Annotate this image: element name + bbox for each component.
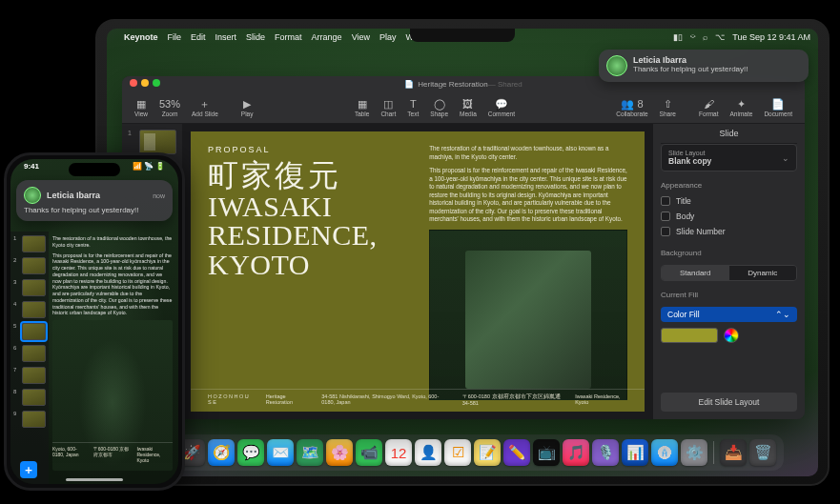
fill-color-swatch[interactable] [661,328,718,343]
notification-when: now [153,192,165,199]
toolbar-comment-button[interactable]: 💬Comment [483,98,520,117]
toolbar-media-button[interactable]: 🖼Media [455,98,481,117]
slide-paragraph-1[interactable]: The restoration of a traditional wooden … [429,145,627,161]
iphone-para-1: The restoration of a traditional wooden … [52,235,173,249]
menu-format[interactable]: Format [275,32,302,42]
slide-thumb[interactable]: 1 [13,235,46,252]
toolbar-chart-button[interactable]: ◫Chart [376,98,400,117]
slide-thumb[interactable]: 9 [13,411,46,428]
dock-freeform-icon[interactable]: ✏️ [503,439,530,466]
dock-tv-icon[interactable]: 📺 [533,439,560,466]
dock-appstore-icon[interactable]: 🅐 [651,439,678,466]
checkbox-body[interactable]: Body [661,212,797,221]
dock-notes-icon[interactable]: 📝 [474,439,501,466]
toolbar-view-button[interactable]: ▦View [130,98,153,117]
inspector-tab-slide[interactable]: Slide [661,124,797,144]
toolbar-add-slide-button[interactable]: ＋Add Slide [187,98,223,117]
dock-trash-icon[interactable]: 🗑️ [749,439,776,466]
slide-thumb[interactable]: 2 [13,257,46,274]
toolbar-text-button[interactable]: TText [402,98,423,117]
keynote-toolbar: ▦View 53%Zoom ＋Add Slide ▶Play ▦Table ◫C… [122,91,805,124]
slide-thumb[interactable]: 4 [13,301,46,318]
toolbar-format-button[interactable]: 🖌Format [694,98,724,117]
window-traffic-lights[interactable] [130,79,160,87]
dock-maps-icon[interactable]: 🗺️ [297,439,323,466]
toolbar-play-button[interactable]: ▶Play [236,98,258,117]
toolbar-document-button[interactable]: 📄Document [759,98,797,117]
battery-icon[interactable]: ▮▯ [673,32,683,42]
menubar-app-name[interactable]: Keynote [124,32,158,42]
minimize-icon[interactable] [141,79,149,87]
notification-sender: Leticia Ibarra [47,191,100,200]
menu-play[interactable]: Play [379,32,397,42]
macbook-device: Keynote File Edit Insert Slide Format Ar… [95,19,830,486]
dock-photos-icon[interactable]: 🌸 [326,439,353,466]
search-icon[interactable]: ⌕ [703,32,707,42]
dock-messages-icon[interactable]: 💬 [237,439,264,466]
dock-divider [713,441,714,464]
footer-project: Iwasaki Residence, Kyoto [575,393,627,406]
slide-thumb[interactable]: 3 [13,279,46,296]
menu-slide[interactable]: Slide [246,32,265,42]
edit-slide-layout-button[interactable]: Edit Slide Layout [661,393,797,412]
dock-podcasts-icon[interactable]: 🎙️ [592,439,619,466]
slide-thumb[interactable]: 8 [13,389,46,406]
slide-thumb[interactable]: 5 [13,323,46,340]
slide-paragraph-2[interactable]: This proposal is for the reinforcement a… [429,167,627,224]
chevron-down-icon: ⌄ [782,153,789,163]
wifi-icon[interactable]: ⌔ [690,32,695,42]
toolbar-table-button[interactable]: ▦Table [350,98,375,117]
seg-dynamic[interactable]: Dynamic [729,266,797,280]
dock-reminders-icon[interactable]: ☑︎ [444,439,471,466]
dock-contacts-icon[interactable]: 👤 [415,439,441,466]
seg-standard[interactable]: Standard [662,266,729,280]
menu-arrange[interactable]: Arrange [312,32,342,42]
color-picker-icon[interactable] [724,328,739,343]
menu-view[interactable]: View [352,32,370,42]
menu-insert[interactable]: Insert [215,32,237,42]
slide-photo[interactable] [429,230,627,401]
close-icon[interactable] [130,79,137,87]
toolbar-collaborate-button[interactable]: 👥 8Collaborate [611,98,652,117]
toolbar-zoom-button[interactable]: 53%Zoom [154,98,185,117]
toolbar-shape-button[interactable]: ◯Shape [425,98,453,117]
background-segmented[interactable]: Standard Dynamic [661,265,797,281]
dock[interactable]: 🙂 🚀 🧭 💬 ✉️ 🗺️ 🌸 📹 12 👤 ☑︎ 📝 ✏️ 📺 🎵 🎙️ 📊 … [141,434,784,471]
dock-mail-icon[interactable]: ✉️ [267,439,294,466]
checkbox-slide-number[interactable]: Slide Number [661,227,797,236]
dock-keynote-icon[interactable]: 📊 [622,439,648,466]
slide-thumb[interactable]: 6 [13,345,46,362]
iphone-para-2: This proposal is for the reinforcement a… [52,252,173,317]
slide-canvas[interactable]: PROPOSAL 町家復元 IWASAKI RESIDENCE, KYOTO T… [183,124,652,419]
toolbar-share-button[interactable]: ⇧Share [655,98,681,117]
toolbar-animate-button[interactable]: ✦Animate [726,98,758,117]
dock-facetime-icon[interactable]: 📹 [356,439,382,466]
menu-file[interactable]: File [168,32,182,42]
control-center-icon[interactable]: ⌥ [715,32,725,42]
dynamic-island [69,163,120,176]
slide[interactable]: PROPOSAL 町家復元 IWASAKI RESIDENCE, KYOTO T… [191,131,645,412]
home-indicator[interactable] [66,478,123,481]
updown-icon: ⌃⌄ [775,310,790,319]
maximize-icon[interactable] [153,79,160,87]
menubar-clock[interactable]: Tue Sep 12 9:41 AM [732,32,810,42]
slide-thumb[interactable]: 1 [128,130,176,154]
footer-addr-jp: 〒600-0180 京都府京都市下京区錦嵐通34-581 [462,393,562,406]
fill-type-select[interactable]: Color Fill ⌃⌄ [661,307,797,322]
iphone-notification[interactable]: Leticia Ibarra now Thanks for helping ou… [16,180,173,221]
slide-thumb[interactable]: 7 [13,367,46,384]
iphone-slide-canvas[interactable]: The restoration of a traditional wooden … [49,232,178,484]
dock-calendar-icon[interactable]: 12 [385,439,412,466]
dock-safari-icon[interactable]: 🧭 [208,439,235,466]
notification-message: Thanks for helping out yesterday!! [633,65,801,73]
dock-systemsettings-icon[interactable]: ⚙️ [681,439,707,466]
mac-notification[interactable]: Leticia Ibarra Thanks for helping out ye… [599,50,809,82]
iphone-slide-navigator[interactable]: 1 2 3 4 5 6 7 8 9 [10,232,49,484]
dock-music-icon[interactable]: 🎵 [563,439,589,466]
slide-title[interactable]: 町家復元 IWASAKI RESIDENCE, KYOTO [208,160,416,279]
checkbox-title[interactable]: Title [661,196,797,206]
slide-layout-select[interactable]: Slide Layout Blank copy ⌄ [661,144,797,171]
dock-downloads-icon[interactable]: 📥 [720,439,747,466]
menu-edit[interactable]: Edit [191,32,206,42]
add-slide-button[interactable]: ＋ [20,461,37,478]
